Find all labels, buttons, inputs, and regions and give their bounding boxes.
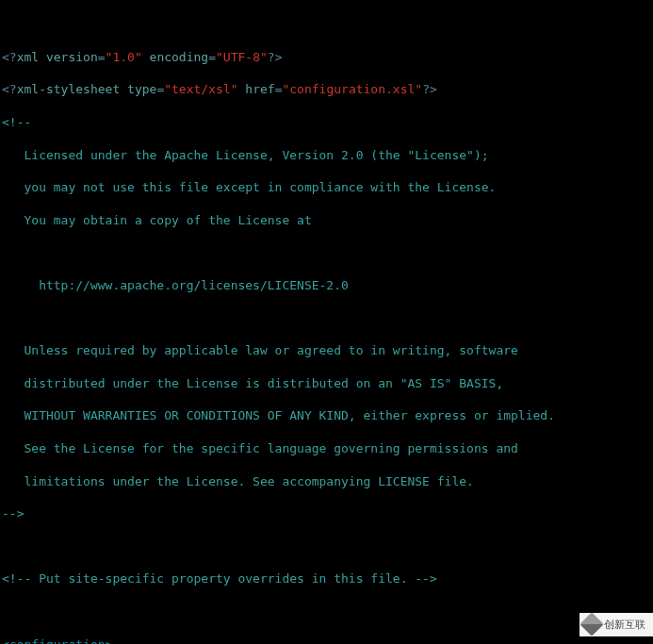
watermark-text: 创新互联 bbox=[604, 617, 645, 633]
code-line: you may not use this file except in comp… bbox=[2, 179, 651, 195]
code-line: <!-- Put site-specific property override… bbox=[2, 570, 651, 586]
pi-close: ?> bbox=[268, 50, 283, 64]
pi-open: <? bbox=[2, 50, 17, 64]
code-line: distributed under the License is distrib… bbox=[2, 375, 651, 391]
code-line bbox=[2, 538, 651, 554]
code-line: http://www.apache.org/licenses/LICENSE-2… bbox=[2, 277, 651, 293]
code-line bbox=[2, 310, 651, 326]
code-line: <?xml version="1.0" encoding="UTF-8"?> bbox=[2, 49, 651, 65]
comment-override: <!-- Put site-specific property override… bbox=[2, 571, 437, 586]
tag-configuration-open: configuration bbox=[9, 637, 106, 644]
code-line: WITHOUT WARRANTIES OR CONDITIONS OF ANY … bbox=[2, 407, 651, 423]
pi-xml: xml bbox=[17, 50, 39, 64]
watermark-logo-icon bbox=[580, 612, 603, 636]
code-line: limitations under the License. See accom… bbox=[2, 473, 651, 489]
comment-open: <!-- bbox=[2, 115, 31, 129]
code-line: <!-- bbox=[2, 114, 651, 130]
watermark: 创新互联 bbox=[580, 613, 653, 636]
code-line: --> bbox=[2, 505, 651, 521]
comment-close: --> bbox=[2, 506, 24, 520]
code-line: <?xml-stylesheet type="text/xsl" href="c… bbox=[2, 81, 651, 97]
code-line bbox=[2, 603, 651, 619]
code-line: Unless required by applicable law or agr… bbox=[2, 342, 651, 358]
code-line: Licensed under the Apache License, Versi… bbox=[2, 147, 651, 163]
code-line: You may obtain a copy of the License at bbox=[2, 212, 651, 228]
code-line: See the License for the specific languag… bbox=[2, 440, 651, 456]
code-editor: <?xml version="1.0" encoding="UTF-8"?> <… bbox=[0, 33, 653, 644]
code-line: <configuration> bbox=[2, 636, 651, 644]
code-line bbox=[2, 244, 651, 260]
